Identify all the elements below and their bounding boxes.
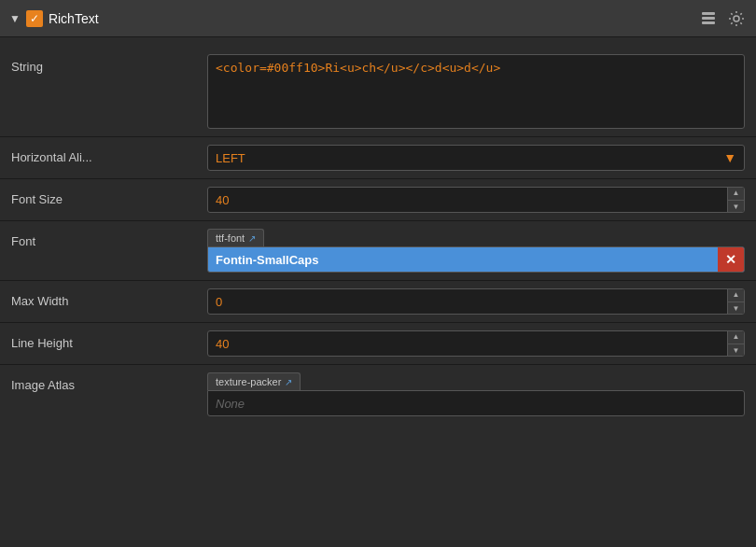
image-atlas-label: Image Atlas [11,372,207,392]
svg-point-3 [734,16,739,21]
font-size-value: 40 [208,193,727,207]
font-control: ttf-font ↗ Fontin-SmallCaps ✕ [207,229,745,273]
max-width-field-row: Max Width 0 ▲ ▼ [0,283,756,320]
image-atlas-control: texture-packer ↗ None [207,372,745,416]
max-width-decrement[interactable]: ▼ [728,302,744,316]
svg-rect-2 [702,21,715,24]
atlas-tab-link-icon: ↗ [285,377,292,387]
horizontal-align-control: LEFT ▼ [207,145,745,171]
atlas-value: None [208,397,744,411]
atlas-tab-label: texture-packer [216,376,281,387]
image-atlas-tab[interactable]: texture-packer ↗ [207,372,301,390]
horizontal-align-value: LEFT [216,151,723,165]
line-height-control: 40 ▲ ▼ [207,330,745,357]
panel-content: String <color=#00ff10>Ri<u>ch</u></c>d<u… [0,37,756,433]
enabled-checkbox[interactable]: ✓ [26,10,43,27]
line-height-label: Line Height [11,330,207,350]
font-input-row: Fontin-SmallCaps ✕ [207,246,745,273]
font-label: Font [11,229,207,248]
layers-icon[interactable] [698,8,719,29]
max-width-spinner: ▲ ▼ [727,288,744,315]
panel-header: ▼ ✓ RichText [0,0,756,37]
font-size-label: Font Size [11,187,207,206]
font-size-input[interactable]: 40 ▲ ▼ [207,187,745,213]
font-size-spinner: ▲ ▼ [727,187,744,213]
horizontal-align-dropdown[interactable]: LEFT ▼ [207,145,745,171]
panel-title: RichText [49,11,99,26]
dropdown-arrow-icon: ▼ [723,150,736,165]
svg-rect-0 [702,12,715,15]
header-right [698,8,747,29]
max-width-control: 0 ▲ ▼ [207,288,745,315]
string-field-row: String <color=#00ff10>Ri<u>ch</u></c>d<u… [0,49,756,134]
font-size-increment[interactable]: ▲ [728,187,744,201]
font-clear-button[interactable]: ✕ [718,246,744,273]
string-control: <color=#00ff10>Ri<u>ch</u></c>d<u>d</u> [207,54,745,129]
line-height-input[interactable]: 40 ▲ ▼ [207,330,745,357]
horizontal-align-label: Horizontal Ali... [11,145,207,164]
max-width-value: 0 [208,295,727,309]
header-left: ▼ ✓ RichText [9,10,698,27]
string-label: String [11,54,207,74]
string-textarea[interactable]: <color=#00ff10>Ri<u>ch</u></c>d<u>d</u> [207,54,745,129]
line-height-value: 40 [208,337,727,351]
font-value: Fontin-SmallCaps [208,253,718,267]
font-tab[interactable]: ttf-font ↗ [207,229,264,246]
max-width-input[interactable]: 0 ▲ ▼ [207,288,745,315]
line-height-decrement[interactable]: ▼ [728,344,744,358]
font-tab-link-icon: ↗ [248,233,256,244]
line-height-field-row: Line Height 40 ▲ ▼ [0,325,756,362]
image-atlas-field-row: Image Atlas texture-packer ↗ None [0,367,756,422]
collapse-chevron-icon[interactable]: ▼ [9,12,21,25]
richtext-panel: ▼ ✓ RichText [0,0,756,433]
line-height-spinner: ▲ ▼ [727,330,744,357]
font-size-control: 40 ▲ ▼ [207,187,745,213]
max-width-increment[interactable]: ▲ [728,288,744,302]
font-size-field-row: Font Size 40 ▲ ▼ [0,181,756,218]
font-size-decrement[interactable]: ▼ [728,201,744,214]
atlas-input-row[interactable]: None [207,390,745,416]
svg-rect-1 [702,17,715,20]
horizontal-align-field-row: Horizontal Ali... LEFT ▼ [0,139,756,176]
settings-icon[interactable] [726,8,747,29]
line-height-increment[interactable]: ▲ [728,330,744,344]
max-width-label: Max Width [11,288,207,308]
font-field-row: Font ttf-font ↗ Fontin-SmallCaps ✕ [0,223,756,278]
font-tab-label: ttf-font [216,232,245,244]
